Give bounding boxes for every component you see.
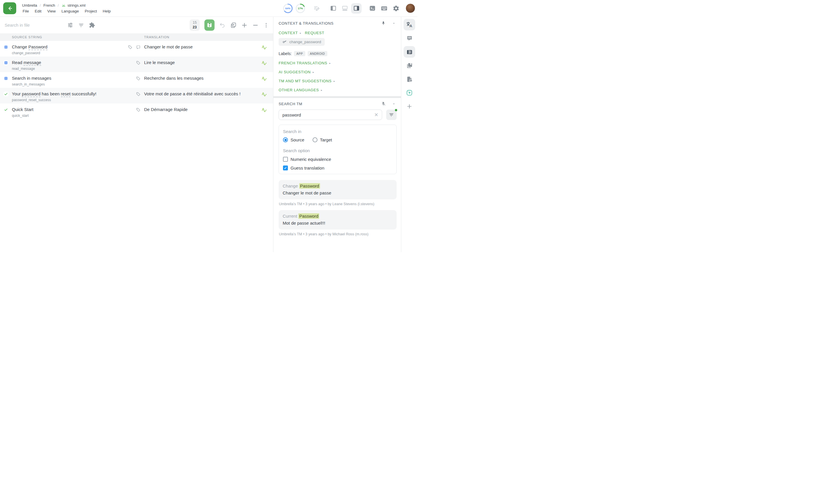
spellcheck-icon[interactable]: A xyxy=(255,57,273,72)
menu-language[interactable]: Language xyxy=(61,9,79,14)
tm-result-target: Changer le mot de passe xyxy=(283,190,392,195)
save-floppy-icon xyxy=(206,22,212,28)
back-button[interactable] xyxy=(3,2,16,14)
translation-cell[interactable]: Lire le message xyxy=(141,57,255,72)
filter-strings-icon[interactable] xyxy=(78,22,84,28)
spellcheck-icon[interactable]: A xyxy=(255,41,273,57)
source-string: Search in messages xyxy=(12,76,120,81)
section-tm-mt-suggestions[interactable]: TM AND MT SUGGESTIONS▸ xyxy=(279,79,396,83)
section-ai-suggestion[interactable]: AI SUGGESTION▸ xyxy=(279,70,396,74)
table-row[interactable]: Your password has been reset successfull… xyxy=(0,88,273,103)
breadcrumb-language[interactable]: French xyxy=(43,3,55,7)
clear-search-icon[interactable]: ✕ xyxy=(374,112,379,118)
tune-filters-icon[interactable] xyxy=(67,22,73,28)
tag-icon[interactable] xyxy=(136,76,141,81)
label-chip[interactable]: ANDROID xyxy=(308,51,327,56)
menu-project[interactable]: Project xyxy=(84,9,97,14)
tab-context[interactable]: CONTEXT▸ xyxy=(279,31,301,35)
chevron-right-icon: ▸ xyxy=(312,71,314,74)
radio-source[interactable]: Source xyxy=(283,138,304,142)
add-string-icon[interactable] xyxy=(241,22,248,28)
table-row[interactable]: Change Password change_password Changer … xyxy=(0,41,273,57)
translation-cell[interactable]: De Démarrage Rapide xyxy=(141,103,255,119)
chevron-down-icon[interactable] xyxy=(392,102,395,105)
layout-bottom-panel-button[interactable] xyxy=(340,3,350,14)
table-row[interactable]: Search in messages search_in_messages Re… xyxy=(0,72,273,88)
string-key-chip[interactable]: change_password xyxy=(279,38,325,46)
gear-icon[interactable] xyxy=(391,3,401,13)
context-sidebar-icon[interactable] xyxy=(404,46,415,58)
console-icon[interactable] xyxy=(367,3,377,13)
unpin-icon[interactable] xyxy=(381,101,386,106)
menu-edit[interactable]: Edit xyxy=(34,9,42,14)
arrow-left-icon xyxy=(7,5,13,12)
ai-assistant-icon[interactable] xyxy=(404,87,415,99)
translation-cell[interactable]: Changer le mot de passe xyxy=(141,41,255,57)
menu-view[interactable]: View xyxy=(47,9,56,14)
status-approved-icon xyxy=(3,91,8,97)
comment-icon[interactable] xyxy=(136,45,141,49)
checkbox-numeric-equivalence[interactable]: Numeric equivalence xyxy=(283,157,392,162)
section-french-translations[interactable]: FRENCH TRANSLATIONS▸ xyxy=(279,61,396,65)
tag-icon[interactable] xyxy=(136,92,141,97)
section-other-languages[interactable]: OTHER LANGUAGES▸ xyxy=(279,88,396,92)
tag-icon[interactable] xyxy=(136,107,141,112)
keyboard-shortcuts-icon[interactable] xyxy=(379,3,389,13)
layout-right-panel-button[interactable] xyxy=(351,3,362,14)
tag-icon[interactable] xyxy=(136,61,141,65)
translations-panel-icon[interactable]: A xyxy=(404,19,415,30)
undo-icon[interactable] xyxy=(219,22,226,28)
translation-cell[interactable]: Recherche dans les messages xyxy=(141,72,255,88)
glossary-book-icon[interactable] xyxy=(404,60,415,71)
remove-string-icon[interactable] xyxy=(252,22,259,28)
context-panel-title: CONTEXT & TRANSLATIONS xyxy=(279,21,333,25)
menu-help[interactable]: Help xyxy=(102,9,111,14)
filter-active-dot xyxy=(394,109,398,111)
search-in-file-input[interactable] xyxy=(5,23,67,27)
breadcrumb-file[interactable]: strings.xml xyxy=(61,3,85,7)
translation-cell[interactable]: Votre mot de passe a été réinitialisé av… xyxy=(141,88,255,103)
table-row[interactable]: Read message read_message Lire le messag… xyxy=(0,57,273,72)
spellcheck-icon[interactable]: A xyxy=(255,72,273,88)
tm-result-source: Change Password xyxy=(283,184,392,188)
tab-request[interactable]: REQUEST xyxy=(305,31,324,35)
layout-left-panel-button[interactable] xyxy=(328,3,338,14)
breadcrumb-separator: / xyxy=(58,3,59,7)
tm-result-card[interactable]: Current Password Mot de passe actuel!!! xyxy=(279,210,396,230)
chevron-down-icon[interactable] xyxy=(392,22,395,25)
table-header: SOURCE STRING TRANSLATION xyxy=(0,33,273,41)
table-row[interactable]: Quick Start quick_start De Démarrage Rap… xyxy=(0,103,273,119)
draft-mode-icon[interactable] xyxy=(312,3,322,13)
panel-divider xyxy=(273,96,401,98)
plugins-puzzle-icon[interactable] xyxy=(89,22,95,28)
match-highlight: Password xyxy=(298,213,319,219)
svg-text:17%: 17% xyxy=(298,7,303,10)
source-string: Change Password xyxy=(12,44,120,49)
tag-icon[interactable] xyxy=(128,45,133,49)
translated-progress-ring[interactable]: 64% xyxy=(283,3,293,13)
status-translated-icon xyxy=(3,45,8,49)
comments-panel-icon[interactable] xyxy=(404,33,415,44)
tm-filter-button[interactable] xyxy=(386,109,396,120)
tm-search-input[interactable] xyxy=(282,112,374,118)
spellcheck-icon[interactable]: A xyxy=(255,88,273,103)
label-chip[interactable]: APP xyxy=(294,51,305,56)
chevron-right-icon: ▸ xyxy=(334,80,335,83)
tm-result-card[interactable]: Change Password Changer le mot de passe xyxy=(279,180,396,200)
approved-progress-ring[interactable]: 17% xyxy=(296,3,305,13)
add-panel-icon[interactable] xyxy=(404,101,415,112)
radio-target[interactable]: Target xyxy=(312,138,332,142)
search-tm-title: SEARCH TM xyxy=(279,102,302,106)
menu-file[interactable]: File xyxy=(22,9,29,14)
avatar[interactable] xyxy=(406,3,415,13)
save-button[interactable] xyxy=(204,19,215,31)
more-options-icon[interactable] xyxy=(263,22,269,28)
spellcheck-icon[interactable]: A xyxy=(255,103,273,119)
breadcrumb-project[interactable]: Umbrella xyxy=(22,3,37,7)
checkbox-guess-translation[interactable]: Guess translation xyxy=(283,166,392,170)
string-counter: 15 23 xyxy=(190,19,200,31)
duplicate-apply-icon[interactable] xyxy=(230,22,237,28)
pin-icon[interactable] xyxy=(381,21,386,25)
file-info-icon[interactable] xyxy=(404,73,415,85)
chevron-right-icon: ▸ xyxy=(329,62,331,65)
